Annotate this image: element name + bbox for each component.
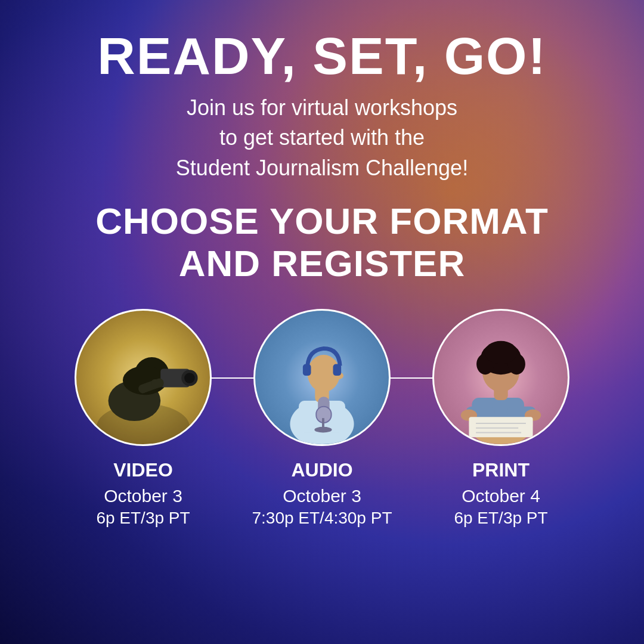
video-circle	[75, 309, 212, 446]
print-circle	[432, 309, 569, 446]
svg-rect-8	[152, 379, 163, 388]
formats-section: VIDEO October 3 6p ET/3p PT	[36, 309, 608, 528]
svg-rect-14	[303, 364, 311, 375]
content-area: READY, SET, GO! Join us for virtual work…	[0, 0, 644, 578]
print-time: 6p ET/3p PT	[454, 509, 547, 528]
print-label: PRINT	[472, 459, 530, 481]
video-time: 6p ET/3p PT	[96, 509, 190, 528]
svg-rect-32	[469, 417, 532, 437]
format-item-video: VIDEO October 3 6p ET/3p PT	[54, 309, 233, 528]
video-label: VIDEO	[113, 459, 173, 481]
svg-point-6	[184, 373, 195, 383]
audio-date: October 3	[283, 486, 361, 506]
print-date: October 4	[462, 486, 540, 506]
audio-circle	[253, 309, 391, 446]
headline: READY, SET, GO!	[97, 30, 547, 82]
format-item-audio: AUDIO October 3 7:30p ET/4:30p PT	[233, 309, 411, 528]
svg-point-19	[314, 427, 332, 433]
video-date: October 3	[104, 486, 182, 506]
choose-heading: CHOOSE YOUR FORMAT AND REGISTER	[95, 200, 549, 285]
audio-time: 7:30p ET/4:30p PT	[252, 509, 392, 528]
format-item-print: PRINT October 4 6p ET/3p PT	[411, 309, 590, 528]
svg-rect-15	[333, 364, 342, 375]
svg-point-27	[485, 340, 518, 364]
main-container: READY, SET, GO! Join us for virtual work…	[0, 0, 644, 644]
audio-label: AUDIO	[291, 459, 352, 481]
subtitle: Join us for virtual workshops to get sta…	[176, 93, 468, 183]
